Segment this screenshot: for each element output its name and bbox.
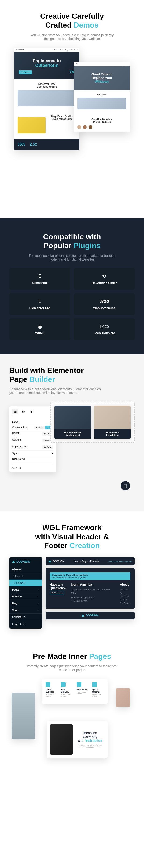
heading-line1: Compatible with bbox=[43, 232, 101, 241]
demo-cta[interactable]: Get Started bbox=[19, 70, 32, 74]
heading-line3: Footer bbox=[44, 541, 69, 550]
inner-card-features[interactable]: Client SupportProfessional service Fast … bbox=[42, 679, 108, 704]
demo2-nav: ☰ · · · bbox=[74, 62, 130, 66]
heading-line2: Popular bbox=[44, 241, 74, 250]
demo-image bbox=[18, 90, 76, 106]
inner-card-door[interactable] bbox=[12, 693, 35, 740]
subscribe-banner: Subscribe for Future Email UpdatesNew su… bbox=[50, 572, 131, 580]
header-promo: Limited Time Offer: Shop onl bbox=[108, 560, 132, 562]
chevron-right-icon: › bbox=[38, 602, 39, 605]
measure-image bbox=[50, 724, 73, 755]
gap-value[interactable]: Default bbox=[42, 445, 53, 449]
measure-desc: Our experts are ready to help with preci… bbox=[76, 745, 104, 748]
instagram-icon[interactable]: ◻ bbox=[23, 623, 25, 626]
demo-card-2[interactable]: ☰ · · · Good Time toReplace YourWindows … bbox=[74, 62, 130, 132]
plugin-elementor-pro[interactable]: EElementor Pro bbox=[9, 293, 70, 315]
section-builder: Build with Elementor Page Builder Enhanc… bbox=[0, 354, 144, 512]
plugins-heading: Compatible with Popular Plugins bbox=[9, 232, 135, 250]
color-swatch[interactable] bbox=[83, 125, 87, 129]
feature-desc: Professional service bbox=[77, 691, 89, 694]
sidebar-item-blog[interactable]: Blog › bbox=[9, 600, 42, 607]
guarantee-icon bbox=[77, 682, 81, 687]
feature-row: Client SupportProfessional service Fast … bbox=[46, 682, 104, 697]
pencil-icon[interactable]: ✎ bbox=[12, 467, 14, 469]
demo-card-1[interactable]: DOORWINHome · About · Pages · Services E… bbox=[14, 48, 80, 150]
get-in-touch-button[interactable]: Get in touch bbox=[50, 591, 64, 595]
sub-title: Subscribe for Future Email Updates bbox=[52, 574, 88, 576]
plugin-wpml[interactable]: ◉WPML bbox=[9, 318, 70, 340]
tab-style[interactable]: ◐ bbox=[20, 409, 26, 414]
plugin-elementor[interactable]: EElementor bbox=[9, 268, 70, 290]
sidebar-item-portfolio[interactable]: Portfolio › bbox=[9, 593, 42, 600]
sub-desc: New subscribers get 30% OFF any single i… bbox=[52, 577, 86, 578]
demo-nav-links: Home · About · Pages · Services bbox=[54, 49, 77, 51]
plugin-revslider[interactable]: ⟲Revolution Slider bbox=[74, 268, 135, 290]
sidebar-item-shop[interactable]: Shop › bbox=[9, 607, 42, 614]
heading-line1: Creative Carefully bbox=[40, 12, 104, 20]
heading-line2: Crafted bbox=[45, 21, 74, 29]
demo2-image bbox=[77, 98, 126, 110]
sidebar-item-home2[interactable]: + Home 2 bbox=[9, 580, 42, 586]
inner-card-measure[interactable]: Measure Correctlywith Instruction Our ex… bbox=[47, 721, 108, 758]
demo-nav: DOORWINHome · About · Pages · Services bbox=[14, 48, 80, 52]
logo-icon bbox=[82, 614, 84, 617]
plugin-loco[interactable]: LocoLoco Translate bbox=[74, 318, 135, 340]
about-links[interactable]: Who We Ar Our Story Careers Our Suppl bbox=[120, 588, 131, 605]
framework-heading: WGL Framework with Visual Header & Foote… bbox=[9, 523, 135, 550]
color-swatch[interactable] bbox=[77, 125, 81, 129]
copy-icon[interactable]: ⎘ bbox=[16, 467, 17, 469]
twitter-icon[interactable]: ◉ bbox=[15, 623, 17, 626]
panel-height: HeightDefault bbox=[12, 430, 53, 437]
builder-desc: Enhanced with a set of additional elemen… bbox=[9, 387, 103, 395]
chevron-right-icon: › bbox=[38, 609, 39, 612]
header-nav[interactable]: Home · Pages · Portfolio bbox=[74, 560, 99, 563]
cw-label: Content Width bbox=[12, 426, 27, 429]
trash-icon[interactable]: 🗑 bbox=[19, 467, 22, 469]
elementor-panel[interactable]: ▦ ◐ ⚙ Layout▾ Content Width Boxed Full H… bbox=[9, 406, 56, 472]
sidebar-item-pages[interactable]: Pages › bbox=[9, 586, 42, 593]
preview-label: Home WindowsReplacement bbox=[55, 429, 91, 439]
facebook-icon[interactable]: f bbox=[12, 623, 13, 626]
sidebar-item-home1[interactable]: Home 1 bbox=[9, 573, 42, 580]
plugin-label: Loco Translate bbox=[93, 331, 115, 335]
measure-content: Measure Correctlywith Instruction Our ex… bbox=[50, 724, 104, 755]
inner-card-person[interactable] bbox=[116, 688, 130, 707]
panel-background[interactable]: Background bbox=[12, 456, 53, 462]
panel-style-section[interactable]: Style▾ bbox=[12, 451, 53, 456]
plugin-woocommerce[interactable]: WooWooCommerce bbox=[74, 293, 135, 315]
preview-cards: Home WindowsReplacement Front DoorsInsta… bbox=[55, 406, 131, 439]
fw-main: DOORWIN Home · Pages · Portfolio Limited… bbox=[46, 557, 135, 620]
feature-title: Quick Material bbox=[92, 688, 104, 693]
preview-card-doors[interactable]: Front DoorsInstallation bbox=[94, 406, 131, 439]
panel-tabs: ▦ ◐ ⚙ bbox=[12, 409, 53, 416]
heading-accent: Pages bbox=[89, 652, 111, 660]
boxed-button[interactable]: Boxed bbox=[34, 426, 45, 429]
panel-layout-section[interactable]: Layout▾ bbox=[12, 419, 53, 425]
chevron-right-icon: › bbox=[38, 588, 39, 591]
plugin-label: Elementor Pro bbox=[29, 306, 50, 310]
demo2-specs: by Specs bbox=[74, 90, 130, 115]
demo-brand: DOORWIN bbox=[17, 49, 24, 51]
support-icon bbox=[46, 682, 50, 687]
sidebar-item-contact[interactable]: Contact Us bbox=[9, 614, 42, 620]
preview-card-windows[interactable]: Home WindowsReplacement bbox=[55, 406, 91, 439]
builder-heading: Build with Elementor Page Builder bbox=[9, 366, 135, 384]
sidebar-social: f ◉ P ◻ bbox=[9, 620, 42, 628]
pinterest-icon[interactable]: P bbox=[20, 623, 21, 626]
elementor-icon: E bbox=[38, 273, 41, 279]
heading-accent: Builder bbox=[29, 375, 55, 383]
feature-guarantee: GuaranteeProfessional service bbox=[77, 682, 89, 697]
feature-delivery: Fast DeliveryProfessional service bbox=[61, 682, 73, 697]
revslider-icon: ⟲ bbox=[102, 273, 106, 279]
preview-label: Front DoorsInstallation bbox=[94, 429, 131, 439]
tab-layout[interactable]: ▦ bbox=[12, 409, 19, 414]
tab-advanced[interactable]: ⚙ bbox=[28, 409, 35, 414]
address: 128 Houston Street, New York, NY 10002, … bbox=[71, 588, 115, 595]
delivery-icon bbox=[61, 682, 66, 687]
loco-icon: Loco bbox=[99, 323, 109, 329]
section-inner-pages: Pre-Made Inner Pages Instantly create pa… bbox=[0, 640, 144, 807]
color-swatch[interactable] bbox=[89, 125, 92, 129]
sidebar-item-home[interactable]: + Home bbox=[9, 566, 42, 573]
panel-tools: ✎ ⎘ 🗑 bbox=[12, 464, 53, 469]
builder-showcase: ▦ ◐ ⚙ Layout▾ Content Width Boxed Full H… bbox=[9, 402, 135, 500]
